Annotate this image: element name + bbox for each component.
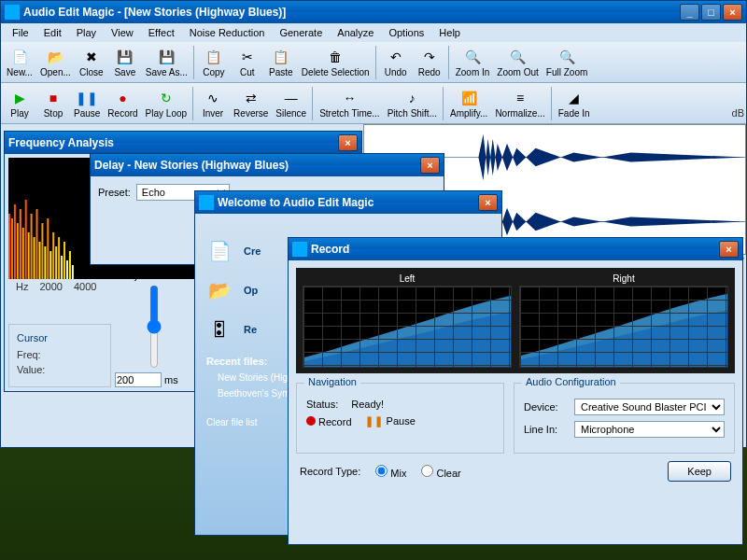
pause-button[interactable]: ❚❚ Pause [365,415,416,427]
delay-title: Delay - New Stories (Highway Blues) [94,159,420,172]
tool-label: Copy [203,67,224,77]
save-as-button[interactable]: 💾Save As... [142,46,191,79]
menu-file[interactable]: File [5,25,36,40]
menu-generate[interactable]: Generate [272,25,330,40]
tool-label: Record [107,108,137,119]
welcome-label: Op [244,285,258,296]
tool-label: Play Loop [146,108,187,119]
svg-rect-16 [44,246,46,279]
record-icon [306,416,316,426]
copy-button[interactable]: 📋Copy [197,46,231,79]
save-button[interactable]: 💾Save [108,46,142,79]
stretch-time-icon: ↔ [340,89,359,107]
freq-close-button[interactable]: × [338,134,358,151]
save-as-icon: 💾 [157,48,176,66]
delay-slider[interactable] [145,285,163,369]
close-button[interactable]: ✖Close [75,46,108,79]
delete-selection-button[interactable]: 🗑Delete Selection [298,46,374,79]
menu-noise-reduction[interactable]: Noise Reduction [182,25,273,40]
record-title: Record [311,243,719,256]
navigation-legend: Navigation [304,376,360,387]
delay-titlebar: Delay - New Stories (Highway Blues) × [91,154,444,176]
inver-button[interactable]: ∿Inver [196,87,230,120]
cursor-panel: Cursor Freq: Value: [8,324,111,387]
status-label: Status: [306,399,338,410]
stretch-time-button[interactable]: ↔Stretch Time... [316,87,383,120]
separator [443,87,444,120]
maximize-button[interactable]: □ [701,4,721,21]
svg-rect-6 [17,223,19,279]
redo-button[interactable]: ↷Redo [413,46,446,79]
svg-rect-10 [28,232,30,279]
record-button[interactable]: Record [306,416,352,427]
silence-button[interactable]: —Silence [272,87,310,120]
svg-rect-17 [47,218,49,279]
tool-label: Zoom In [456,67,490,77]
welcome-titlebar: Welcome to Audio Edit Magic × [195,191,501,214]
window-title: Audio Edit Magic - [New Stories (Highway… [23,6,680,19]
toolbar-file: 📄New...📂Open...✖Close💾Save💾Save As...📋Co… [1,42,746,83]
reverse-button[interactable]: ⇄Reverse [230,87,272,120]
delay-close-button[interactable]: × [420,157,440,174]
svg-rect-24 [66,260,68,279]
linein-select[interactable]: Microphone [574,421,725,438]
svg-rect-20 [55,246,57,279]
menu-effect[interactable]: Effect [141,25,182,40]
separator [551,87,553,120]
level-meters: Left Right [296,268,735,373]
menu-analyze[interactable]: Analyze [330,25,381,40]
undo-icon: ↶ [387,48,405,66]
menu-view[interactable]: View [104,25,141,40]
menu-help[interactable]: Help [431,25,468,40]
full-zoom-button[interactable]: 🔍Full Zoom [543,46,591,79]
menu-options[interactable]: Options [381,25,431,40]
menubar: FileEditPlayViewEffectNoise ReductionGen… [1,23,746,42]
normalize-button[interactable]: ≡Normalize... [491,87,548,120]
cut-button[interactable]: ✂Cut [231,46,264,79]
keep-button[interactable]: Keep [668,461,731,482]
record-button[interactable]: ●Record [104,87,141,120]
separator [375,46,377,79]
delay-time-input[interactable] [115,372,162,387]
svg-rect-15 [41,223,43,279]
cut-icon: ✂ [238,48,257,66]
zoom-in-icon: 🔍 [463,48,482,66]
tool-label: Undo [385,67,407,77]
toolbar-play: ▶Play■Stop❚❚Pause●Record↻Play Loop∿Inver… [1,83,746,124]
tool-label: Close [79,67,104,77]
amplify-button[interactable]: 📶Amplify... [446,87,491,120]
record-app-icon [292,242,307,257]
play-button[interactable]: ▶Play [3,87,36,120]
paste-button[interactable]: 📋Paste [264,46,298,79]
welcome-icon: 📄 [206,238,233,264]
zoom-in-button[interactable]: 🔍Zoom In [452,46,494,79]
left-meter [303,286,512,368]
clear-radio[interactable]: Clear [421,465,460,479]
mix-radio[interactable]: Mix [375,465,406,479]
record-icon: ● [113,89,132,107]
welcome-icon: 📂 [206,277,233,303]
play-loop-button[interactable]: ↻Play Loop [142,87,190,120]
pitch-shift-button[interactable]: ♪Pitch Shift... [384,87,441,120]
close-button[interactable]: × [723,4,742,21]
pause-button[interactable]: ❚❚Pause [70,87,104,120]
welcome-close-button[interactable]: × [478,194,498,211]
tool-label: Save As... [146,67,188,77]
minimize-button[interactable]: _ [680,4,699,21]
device-select[interactable]: Creative Sound Blaster PCI [574,399,725,415]
tool-label: Delete Selection [302,67,370,77]
stop-button[interactable]: ■Stop [36,87,70,120]
save-icon: 💾 [116,48,134,66]
open-button[interactable]: 📂Open... [36,46,75,79]
fade-in-button[interactable]: ◢Fade In [555,87,594,120]
svg-rect-21 [58,237,60,279]
menu-edit[interactable]: Edit [36,25,69,40]
undo-button[interactable]: ↶Undo [379,46,413,79]
pause-icon: ❚❚ [78,89,96,107]
menu-play[interactable]: Play [69,25,104,40]
zoom-out-icon: 🔍 [509,48,528,66]
record-close-button[interactable]: × [719,241,739,258]
new-button[interactable]: 📄New... [3,46,36,79]
zoom-out-button[interactable]: 🔍Zoom Out [493,46,542,79]
welcome-app-icon [199,195,214,210]
